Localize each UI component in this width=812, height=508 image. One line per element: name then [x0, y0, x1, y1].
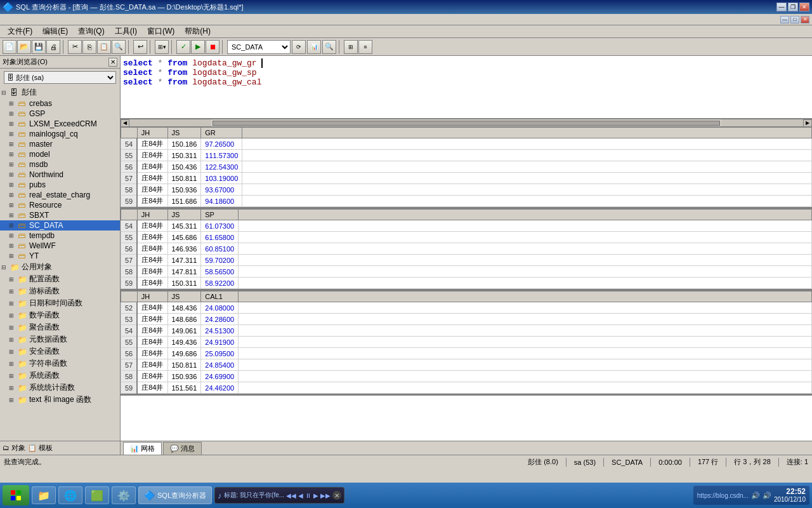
result-table-1: JH JS GR 54 庄84井 150.186 97.265: [121, 127, 812, 209]
tree-item-config-funcs[interactable]: ⊞ 📁 配置函数: [0, 273, 120, 285]
tree-item-msdb[interactable]: ⊞ 🗃 msdb: [0, 159, 120, 170]
copy-button[interactable]: ⎘: [82, 40, 96, 54]
col-header-jh-2[interactable]: JH: [137, 210, 167, 220]
media-close-button[interactable]: ✕: [332, 491, 341, 500]
results-text-button[interactable]: ≡: [358, 40, 372, 54]
tree-item-yt[interactable]: ⊞ 🗃 YT: [0, 251, 120, 261]
tree-item-agg-funcs[interactable]: ⊞ 📁 聚合函数: [0, 321, 120, 333]
paste-button[interactable]: 📋: [97, 40, 111, 54]
media-prev-prev-button[interactable]: ◀◀: [286, 492, 296, 499]
col-header-js-3[interactable]: JS: [167, 291, 201, 302]
start-button[interactable]: [3, 485, 29, 505]
col-header-jh-1[interactable]: JH: [137, 128, 167, 138]
col-header-jh-3[interactable]: JH: [137, 291, 167, 302]
print-button[interactable]: 🖨: [46, 40, 60, 54]
execute-button[interactable]: ▶: [191, 40, 205, 54]
col-header-cal1-3[interactable]: CAL1: [201, 291, 239, 302]
find-button[interactable]: 🔍: [112, 40, 126, 54]
child-minimize-button[interactable]: —: [780, 16, 789, 23]
tree-item-meta-funcs[interactable]: ⊞ 📁 元数据函数: [0, 333, 120, 345]
row-num: 54: [121, 138, 138, 150]
tab-messages[interactable]: 💬 消息: [163, 442, 202, 455]
window-restore-button[interactable]: ❐: [788, 3, 798, 11]
save-button[interactable]: 💾: [32, 40, 46, 54]
menu-help[interactable]: 帮助(H): [180, 25, 216, 38]
media-next-next-button[interactable]: ▶▶: [320, 492, 331, 499]
taskbar-item-sql[interactable]: 🔷 SQL查询分析器: [138, 486, 212, 504]
menu-window[interactable]: 窗口(W): [142, 25, 180, 38]
results-grid-button[interactable]: ⊞: [344, 40, 358, 54]
sidebar-templates-tab[interactable]: 📋 模板: [28, 443, 53, 453]
tree-item-resource[interactable]: ⊞ 🗃 Resource: [0, 200, 120, 210]
horizontal-scrollbar-thumb[interactable]: [213, 121, 720, 126]
tree-item-server[interactable]: ⊟ 🗄 彭佳: [0, 86, 120, 98]
tree-item-gsp[interactable]: ⊞ 🗃 GSP: [0, 109, 120, 119]
table-row: 59 庄84井 151.561 24.46200: [121, 382, 812, 394]
db-search-button[interactable]: 🔍: [322, 40, 336, 54]
tree-item-text-image-funcs[interactable]: ⊞ 📁 text 和 image 函数: [0, 394, 120, 406]
tree-item-crebas[interactable]: ⊞ 🗃 crebas: [0, 98, 120, 109]
tree-item-public-objects[interactable]: ⊟ 📁 公用对象: [0, 261, 120, 273]
tree-item-sbxt[interactable]: ⊞ 🗃 SBXT: [0, 210, 120, 220]
check-syntax-button[interactable]: ✓: [176, 40, 190, 54]
taskbar-item-config[interactable]: ⚙️: [112, 486, 136, 504]
window-close-button[interactable]: ✕: [799, 3, 809, 11]
cell-jh: 庄84井: [137, 150, 167, 161]
col-header-js-2[interactable]: JS: [167, 210, 201, 220]
sidebar-objects-tab[interactable]: 🗂 对象: [3, 443, 25, 453]
child-restore-button[interactable]: □: [790, 16, 799, 23]
tree-item-pubs[interactable]: ⊞ 🗃 pubs: [0, 180, 120, 190]
col-header-gr-1[interactable]: GR: [201, 128, 242, 138]
scroll-left-button[interactable]: ◀: [121, 119, 129, 127]
tree-item-lxsm[interactable]: ⊞ 🗃 LXSM_ExceedCRM: [0, 119, 120, 129]
taskbar-time: 22:52: [786, 487, 806, 496]
media-next-button[interactable]: ▶: [313, 492, 318, 499]
taskbar-item-browser[interactable]: 🌐: [58, 486, 82, 504]
taskbar-item-green[interactable]: 🟩: [85, 486, 109, 504]
tree-item-cursor-funcs[interactable]: ⊞ 📁 游标函数: [0, 285, 120, 297]
media-pause-button[interactable]: ⏸: [305, 492, 311, 499]
tree-item-sc-data[interactable]: ⊞ 🗃 SC_DATA: [0, 220, 120, 231]
tree-item-real-estate[interactable]: ⊞ 🗃 real_estate_charg: [0, 190, 120, 200]
col-header-js-1[interactable]: JS: [167, 128, 201, 138]
menu-query[interactable]: 查询(Q): [73, 25, 109, 38]
stop-button[interactable]: ◼: [206, 40, 219, 54]
tree-item-security-funcs[interactable]: ⊞ 📁 安全函数: [0, 345, 120, 358]
tree-item-model[interactable]: ⊞ 🗃 model: [0, 149, 120, 159]
results-area[interactable]: JH JS GR 54 庄84井 150.186 97.265: [121, 127, 812, 441]
taskbar: 📁 🌐 🟩 ⚙️ 🔷 SQL查询分析器 ♪ 标题: 我只在乎你(fe... ◀◀…: [0, 483, 812, 508]
cell-extra: [242, 184, 812, 196]
sidebar-close-button[interactable]: ✕: [108, 58, 117, 67]
user-selector[interactable]: 🗄 彭佳 (sa): [4, 71, 116, 84]
tree-item-math-funcs[interactable]: ⊞ 📁 数学函数: [0, 309, 120, 321]
tree-item-sysstat-funcs[interactable]: ⊞ 📁 系统统计函数: [0, 382, 120, 394]
db-props-button[interactable]: 📊: [307, 40, 321, 54]
table-name-1: logdata_gw_gr: [187, 58, 256, 68]
window-minimize-button[interactable]: —: [776, 3, 787, 11]
tree-item-wellwf[interactable]: ⊞ 🗃 WellWF: [0, 241, 120, 251]
cut-button[interactable]: ✂: [68, 40, 82, 54]
tree-item-master[interactable]: ⊞ 🗃 master: [0, 139, 120, 149]
tree-item-northwind[interactable]: ⊞ 🗃 Northwind: [0, 170, 120, 180]
col-header-sp-2[interactable]: SP: [201, 210, 239, 220]
tree-item-mainlogsql[interactable]: ⊞ 🗃 mainlogsql_cq: [0, 129, 120, 139]
open-button[interactable]: 📂: [17, 40, 31, 54]
menu-edit[interactable]: 编辑(E): [37, 25, 73, 38]
db-refresh-button[interactable]: ⟳: [292, 40, 306, 54]
menu-file[interactable]: 文件(F): [3, 25, 37, 38]
database-selector[interactable]: SC_DATA: [227, 40, 291, 54]
child-close-button[interactable]: ✕: [801, 16, 809, 23]
tree-item-sys-funcs[interactable]: ⊞ 📁 系统函数: [0, 370, 120, 382]
tab-grid[interactable]: 📊 网格: [123, 442, 162, 455]
tree-item-string-funcs[interactable]: ⊞ 📁 字符串函数: [0, 358, 120, 370]
new-query-button[interactable]: 📄: [3, 40, 16, 54]
tree-item-datetime-funcs[interactable]: ⊞ 📁 日期和时间函数: [0, 297, 120, 309]
undo-button[interactable]: ↩: [133, 40, 147, 54]
menu-tools[interactable]: 工具(I): [110, 25, 142, 38]
taskbar-item-explorer[interactable]: 📁: [32, 486, 56, 504]
expand-button[interactable]: ⊞▾: [155, 40, 169, 54]
media-prev-button[interactable]: ◀: [298, 492, 303, 499]
tree-item-tempdb[interactable]: ⊞ 🗃 tempdb: [0, 231, 120, 241]
sql-editor[interactable]: select * from logdata_gw_gr select * fro…: [121, 56, 812, 119]
scroll-right-button[interactable]: ▶: [803, 119, 812, 127]
